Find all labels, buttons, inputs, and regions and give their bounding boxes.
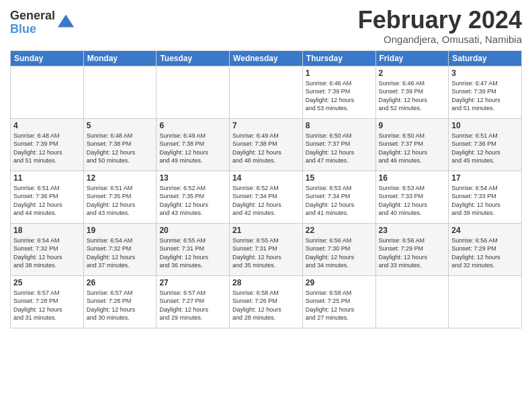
calendar-cell: 6Sunrise: 6:49 AM Sunset: 7:38 PM Daylig… (157, 118, 230, 171)
day-number: 8 (306, 121, 373, 130)
calendar-cell (449, 275, 522, 328)
calendar-cell: 26Sunrise: 6:57 AM Sunset: 7:28 PM Dayli… (83, 275, 157, 328)
day-info: Sunrise: 6:49 AM Sunset: 7:38 PM Dayligh… (232, 132, 300, 165)
svg-marker-0 (58, 15, 74, 28)
day-number: 20 (159, 226, 226, 235)
week-row-3: 11Sunrise: 6:51 AM Sunset: 7:36 PM Dayli… (11, 171, 522, 223)
calendar-cell: 22Sunrise: 6:56 AM Sunset: 7:30 PM Dayli… (302, 223, 375, 275)
day-number: 17 (451, 173, 519, 183)
day-info: Sunrise: 6:52 AM Sunset: 7:34 PM Dayligh… (232, 184, 300, 218)
day-info: Sunrise: 6:55 AM Sunset: 7:31 PM Dayligh… (232, 236, 300, 270)
calendar-cell: 27Sunrise: 6:57 AM Sunset: 7:27 PM Dayli… (157, 275, 230, 328)
calendar-cell: 21Sunrise: 6:55 AM Sunset: 7:31 PM Dayli… (230, 223, 303, 275)
day-number: 21 (232, 226, 300, 235)
calendar-cell: 17Sunrise: 6:54 AM Sunset: 7:33 PM Dayli… (449, 171, 522, 223)
day-info: Sunrise: 6:53 AM Sunset: 7:34 PM Dayligh… (306, 184, 373, 218)
calendar-cell: 18Sunrise: 6:54 AM Sunset: 7:32 PM Dayli… (11, 223, 84, 275)
day-info: Sunrise: 6:48 AM Sunset: 7:38 PM Dayligh… (87, 132, 154, 165)
logo-icon (56, 13, 75, 32)
page-container: General Blue February 2024 Ongandjera, O… (0, 0, 532, 411)
calendar-cell: 15Sunrise: 6:53 AM Sunset: 7:34 PM Dayli… (302, 171, 375, 223)
day-number: 7 (232, 121, 300, 130)
day-number: 19 (87, 226, 154, 235)
day-info: Sunrise: 6:51 AM Sunset: 7:35 PM Dayligh… (87, 184, 154, 218)
calendar-cell: 20Sunrise: 6:55 AM Sunset: 7:31 PM Dayli… (157, 223, 230, 275)
day-number: 18 (13, 226, 81, 235)
day-info: Sunrise: 6:57 AM Sunset: 7:28 PM Dayligh… (13, 289, 81, 322)
day-number: 9 (379, 121, 446, 130)
header-monday: Monday (83, 50, 157, 66)
day-info: Sunrise: 6:57 AM Sunset: 7:27 PM Dayligh… (159, 289, 226, 322)
calendar-cell: 1Sunrise: 6:46 AM Sunset: 7:39 PM Daylig… (302, 66, 375, 118)
calendar-cell: 23Sunrise: 6:56 AM Sunset: 7:29 PM Dayli… (375, 223, 449, 275)
day-info: Sunrise: 6:57 AM Sunset: 7:28 PM Dayligh… (87, 289, 154, 322)
day-info: Sunrise: 6:56 AM Sunset: 7:30 PM Dayligh… (306, 236, 373, 270)
day-info: Sunrise: 6:54 AM Sunset: 7:32 PM Dayligh… (13, 236, 81, 270)
calendar-cell: 24Sunrise: 6:56 AM Sunset: 7:29 PM Dayli… (449, 223, 522, 275)
day-number: 16 (379, 173, 446, 183)
week-row-2: 4Sunrise: 6:48 AM Sunset: 7:39 PM Daylig… (11, 118, 522, 171)
calendar-cell: 13Sunrise: 6:52 AM Sunset: 7:35 PM Dayli… (157, 171, 230, 223)
day-info: Sunrise: 6:47 AM Sunset: 7:39 PM Dayligh… (451, 79, 519, 113)
calendar-header-row: Sunday Monday Tuesday Wednesday Thursday… (11, 50, 522, 66)
calendar-cell: 29Sunrise: 6:58 AM Sunset: 7:25 PM Dayli… (302, 275, 375, 328)
day-info: Sunrise: 6:49 AM Sunset: 7:38 PM Dayligh… (159, 132, 226, 165)
week-row-4: 18Sunrise: 6:54 AM Sunset: 7:32 PM Dayli… (11, 223, 522, 275)
location-subtitle: Ongandjera, Omusati, Namibia (358, 34, 522, 45)
day-info: Sunrise: 6:58 AM Sunset: 7:26 PM Dayligh… (232, 289, 300, 322)
calendar-cell: 7Sunrise: 6:49 AM Sunset: 7:38 PM Daylig… (230, 118, 303, 171)
calendar-cell: 16Sunrise: 6:53 AM Sunset: 7:33 PM Dayli… (375, 171, 449, 223)
day-info: Sunrise: 6:54 AM Sunset: 7:32 PM Dayligh… (87, 236, 154, 270)
calendar-cell (157, 66, 230, 118)
day-number: 27 (159, 278, 226, 287)
calendar-cell (11, 66, 84, 118)
day-info: Sunrise: 6:46 AM Sunset: 7:39 PM Dayligh… (306, 79, 373, 113)
day-number: 24 (451, 226, 519, 235)
day-info: Sunrise: 6:48 AM Sunset: 7:39 PM Dayligh… (13, 132, 81, 165)
calendar-cell: 28Sunrise: 6:58 AM Sunset: 7:26 PM Dayli… (230, 275, 303, 328)
day-number: 5 (87, 121, 154, 130)
logo-text: General Blue (10, 9, 55, 36)
day-number: 14 (232, 173, 300, 183)
calendar-cell: 9Sunrise: 6:50 AM Sunset: 7:37 PM Daylig… (375, 118, 449, 171)
calendar-cell: 4Sunrise: 6:48 AM Sunset: 7:39 PM Daylig… (11, 118, 84, 171)
day-number: 25 (13, 278, 81, 287)
day-info: Sunrise: 6:54 AM Sunset: 7:33 PM Dayligh… (451, 184, 519, 218)
day-number: 29 (306, 278, 373, 287)
day-info: Sunrise: 6:58 AM Sunset: 7:25 PM Dayligh… (306, 289, 373, 322)
day-number: 28 (232, 278, 300, 287)
week-row-1: 1Sunrise: 6:46 AM Sunset: 7:39 PM Daylig… (11, 66, 522, 118)
calendar-cell: 3Sunrise: 6:47 AM Sunset: 7:39 PM Daylig… (449, 66, 522, 118)
calendar-cell: 10Sunrise: 6:51 AM Sunset: 7:36 PM Dayli… (449, 118, 522, 171)
calendar-table: Sunday Monday Tuesday Wednesday Thursday… (10, 50, 522, 328)
day-number: 13 (159, 173, 226, 183)
calendar-cell: 5Sunrise: 6:48 AM Sunset: 7:38 PM Daylig… (83, 118, 157, 171)
day-number: 4 (13, 121, 81, 130)
day-number: 15 (306, 173, 373, 183)
calendar-cell: 8Sunrise: 6:50 AM Sunset: 7:37 PM Daylig… (302, 118, 375, 171)
header-saturday: Saturday (449, 50, 522, 66)
day-number: 22 (306, 226, 373, 235)
day-info: Sunrise: 6:52 AM Sunset: 7:35 PM Dayligh… (159, 184, 226, 218)
day-number: 23 (379, 226, 446, 235)
calendar-cell: 14Sunrise: 6:52 AM Sunset: 7:34 PM Dayli… (230, 171, 303, 223)
day-number: 3 (451, 68, 519, 78)
day-number: 1 (306, 68, 373, 78)
logo-line2: Blue (10, 23, 55, 36)
day-number: 11 (13, 173, 81, 183)
day-info: Sunrise: 6:46 AM Sunset: 7:39 PM Dayligh… (379, 79, 446, 113)
week-row-5: 25Sunrise: 6:57 AM Sunset: 7:28 PM Dayli… (11, 275, 522, 328)
calendar-cell (375, 275, 449, 328)
calendar-cell (230, 66, 303, 118)
header-tuesday: Tuesday (157, 50, 230, 66)
logo-line1: General (10, 9, 55, 23)
calendar-cell: 25Sunrise: 6:57 AM Sunset: 7:28 PM Dayli… (11, 275, 84, 328)
day-number: 2 (379, 68, 446, 78)
header: General Blue February 2024 Ongandjera, O… (10, 7, 522, 45)
header-wednesday: Wednesday (230, 50, 303, 66)
calendar-cell: 2Sunrise: 6:46 AM Sunset: 7:39 PM Daylig… (375, 66, 449, 118)
calendar-cell (83, 66, 157, 118)
day-info: Sunrise: 6:51 AM Sunset: 7:36 PM Dayligh… (13, 184, 81, 218)
day-info: Sunrise: 6:55 AM Sunset: 7:31 PM Dayligh… (159, 236, 226, 270)
day-info: Sunrise: 6:56 AM Sunset: 7:29 PM Dayligh… (451, 236, 519, 270)
